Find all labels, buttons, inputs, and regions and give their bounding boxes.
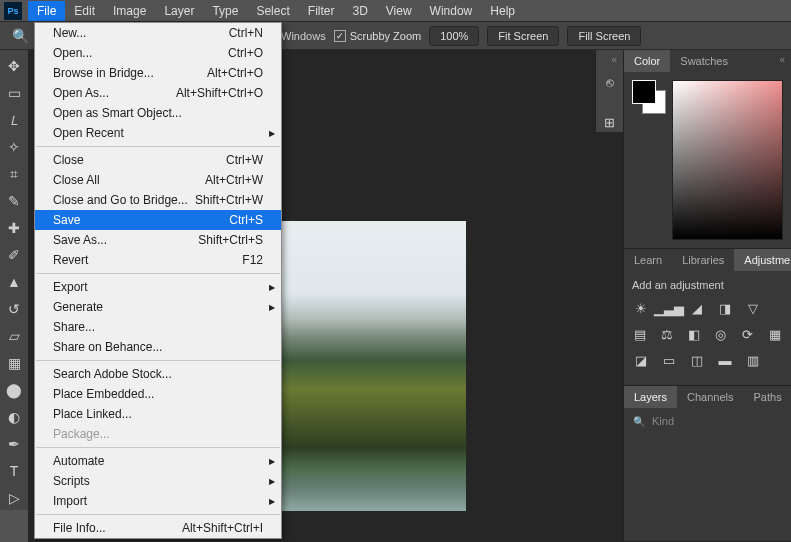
eraser-tool[interactable]: ▱	[2, 324, 26, 348]
clone-stamp-tool[interactable]: ▲	[2, 270, 26, 294]
curves-icon[interactable]: ◢	[688, 299, 706, 317]
file-menu-item[interactable]: Open As...Alt+Shift+Ctrl+O	[35, 83, 281, 103]
selective-color-icon[interactable]: ▥	[744, 351, 762, 369]
file-menu-item[interactable]: Scripts	[35, 471, 281, 491]
history-panel-icon[interactable]: ⎋	[600, 72, 620, 92]
menu-type[interactable]: Type	[203, 1, 247, 21]
vibrance-icon[interactable]: ▽	[744, 299, 762, 317]
scrubby-zoom-checkbox[interactable]: ✓ Scrubby Zoom	[334, 30, 422, 42]
menu-item-shortcut: Shift+Ctrl+S	[198, 233, 263, 247]
blur-tool[interactable]: ⬤	[2, 378, 26, 402]
menu-item-shortcut: F12	[242, 253, 263, 267]
color-balance-icon[interactable]: ⚖	[659, 325, 676, 343]
fill-screen-button[interactable]: Fill Screen	[567, 26, 641, 46]
file-menu-item[interactable]: CloseCtrl+W	[35, 150, 281, 170]
dodge-tool[interactable]: ◐	[2, 405, 26, 429]
file-menu-item[interactable]: File Info...Alt+Shift+Ctrl+I	[35, 518, 281, 538]
file-menu-item[interactable]: Place Linked...	[35, 404, 281, 424]
layer-filter-row[interactable]: 🔍 Kind	[632, 414, 783, 428]
menu-view[interactable]: View	[377, 1, 421, 21]
brush-tool[interactable]: ✐	[2, 243, 26, 267]
tab-paths[interactable]: Paths	[744, 386, 791, 408]
tab-layers[interactable]: Layers	[624, 386, 677, 408]
lasso-tool[interactable]: 𝘓	[2, 108, 26, 132]
photo-filter-icon[interactable]: ◎	[712, 325, 729, 343]
history-brush-tool[interactable]: ↺	[2, 297, 26, 321]
healing-brush-tool[interactable]: ✚	[2, 216, 26, 240]
expand-dock-icon[interactable]: «	[611, 54, 617, 65]
menu-help[interactable]: Help	[481, 1, 524, 21]
marquee-tool[interactable]: ▭	[2, 81, 26, 105]
layer-filter-kind-label: Kind	[652, 415, 674, 427]
file-menu-item[interactable]: Share on Behance...	[35, 337, 281, 357]
channel-mixer-icon[interactable]: ⟳	[739, 325, 756, 343]
zoom-level-button[interactable]: 100%	[429, 26, 479, 46]
gradient-tool[interactable]: ▦	[2, 351, 26, 375]
threshold-icon[interactable]: ◫	[688, 351, 706, 369]
tab-channels[interactable]: Channels	[677, 386, 743, 408]
foreground-color-swatch[interactable]	[632, 80, 656, 104]
file-menu-item[interactable]: Export	[35, 277, 281, 297]
right-panel-stack: « Color Swatches Learn Libraries Adjustm…	[623, 50, 791, 542]
menu-3d[interactable]: 3D	[343, 1, 376, 21]
menu-window[interactable]: Window	[421, 1, 482, 21]
magic-wand-tool[interactable]: ✧	[2, 135, 26, 159]
file-menu-item[interactable]: Generate	[35, 297, 281, 317]
file-menu-item[interactable]: New...Ctrl+N	[35, 23, 281, 43]
file-menu-item[interactable]: Search Adobe Stock...	[35, 364, 281, 384]
type-tool[interactable]: T	[2, 459, 26, 483]
color-lookup-icon[interactable]: ▦	[766, 325, 783, 343]
file-menu-item[interactable]: Open as Smart Object...	[35, 103, 281, 123]
move-tool[interactable]: ✥	[2, 54, 26, 78]
crop-tool[interactable]: ⌗	[2, 162, 26, 186]
menu-file[interactable]: File	[28, 1, 65, 21]
menu-layer[interactable]: Layer	[155, 1, 203, 21]
black-white-icon[interactable]: ◧	[686, 325, 703, 343]
exposure-icon[interactable]: ◨	[716, 299, 734, 317]
tab-libraries[interactable]: Libraries	[672, 249, 734, 271]
collapse-panels-icon[interactable]: «	[779, 54, 785, 65]
eyedropper-tool[interactable]: ✎	[2, 189, 26, 213]
hue-saturation-icon[interactable]: ▤	[632, 325, 649, 343]
menu-item-label: Revert	[53, 253, 88, 267]
file-menu-item[interactable]: Place Embedded...	[35, 384, 281, 404]
layers-panel: Layers Channels Paths 🔍 Kind	[624, 386, 791, 542]
tab-color[interactable]: Color	[624, 50, 670, 72]
file-menu-item[interactable]: Open...Ctrl+O	[35, 43, 281, 63]
gradient-map-icon[interactable]: ▬	[716, 351, 734, 369]
pen-tool[interactable]: ✒	[2, 432, 26, 456]
fit-screen-button[interactable]: Fit Screen	[487, 26, 559, 46]
properties-panel-icon[interactable]: ⊞	[600, 112, 620, 132]
menu-item-shortcut: Alt+Ctrl+O	[207, 66, 263, 80]
color-panel: Color Swatches	[624, 50, 791, 249]
menu-item-label: Search Adobe Stock...	[53, 367, 172, 381]
file-menu-item[interactable]: Share...	[35, 317, 281, 337]
menu-edit[interactable]: Edit	[65, 1, 104, 21]
tab-adjustments[interactable]: Adjustments	[734, 249, 791, 271]
file-menu-item[interactable]: Import	[35, 491, 281, 511]
file-menu-item[interactable]: Save As...Shift+Ctrl+S	[35, 230, 281, 250]
menu-select[interactable]: Select	[247, 1, 298, 21]
file-menu-item[interactable]: Open Recent	[35, 123, 281, 143]
file-menu-item[interactable]: RevertF12	[35, 250, 281, 270]
tab-swatches[interactable]: Swatches	[670, 50, 738, 72]
file-menu-item[interactable]: Close and Go to Bridge...Shift+Ctrl+W	[35, 190, 281, 210]
adjustments-title: Add an adjustment	[632, 279, 783, 291]
menu-item-label: Place Embedded...	[53, 387, 154, 401]
invert-icon[interactable]: ◪	[632, 351, 650, 369]
file-menu-item[interactable]: Browse in Bridge...Alt+Ctrl+O	[35, 63, 281, 83]
path-selection-tool[interactable]: ▷	[2, 486, 26, 510]
menu-image[interactable]: Image	[104, 1, 155, 21]
menu-filter[interactable]: Filter	[299, 1, 344, 21]
file-menu-item[interactable]: SaveCtrl+S	[35, 210, 281, 230]
tab-learn[interactable]: Learn	[624, 249, 672, 271]
color-picker-ramp[interactable]	[672, 80, 783, 240]
file-menu-item[interactable]: Automate	[35, 451, 281, 471]
levels-icon[interactable]: ▁▃▅	[660, 299, 678, 317]
file-menu-item[interactable]: Close AllAlt+Ctrl+W	[35, 170, 281, 190]
posterize-icon[interactable]: ▭	[660, 351, 678, 369]
menu-item-label: Generate	[53, 300, 103, 314]
brightness-contrast-icon[interactable]: ☀	[632, 299, 650, 317]
menu-item-label: Close All	[53, 173, 100, 187]
menu-item-label: Automate	[53, 454, 104, 468]
